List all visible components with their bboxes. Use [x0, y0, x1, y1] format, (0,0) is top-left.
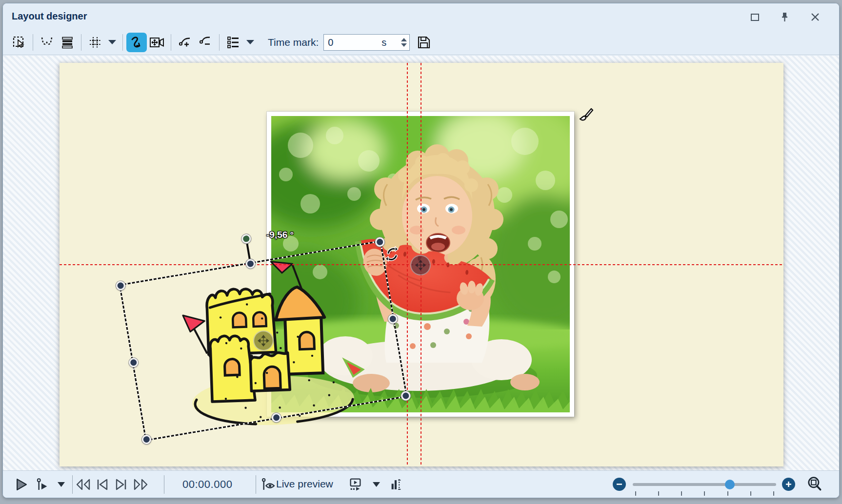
- time-mark-spinner[interactable]: [400, 36, 408, 49]
- toolbar-separator: [219, 34, 220, 51]
- layers-tool-button[interactable]: [57, 33, 78, 52]
- time-mark-label: Time mark:: [268, 37, 319, 48]
- move-icon: [415, 260, 426, 271]
- select-icon: [12, 36, 26, 49]
- playback-time: 00:00.000: [182, 478, 232, 491]
- preview-window-icon: [348, 478, 363, 491]
- play-button[interactable]: [13, 471, 30, 498]
- previous-icon: [96, 478, 109, 491]
- performance-monitor-icon: [390, 478, 402, 491]
- rotation-angle-label: -9,56 °: [266, 230, 294, 240]
- close-icon: [810, 12, 820, 22]
- object-list-dropdown-arrow[interactable]: [246, 40, 254, 44]
- layers-icon: [60, 36, 74, 49]
- minus-icon: [616, 481, 623, 488]
- time-mark-input[interactable]: 0 s: [323, 34, 410, 51]
- chevron-down-icon: [372, 482, 381, 487]
- play-options-dropdown[interactable]: [55, 471, 67, 498]
- close-button[interactable]: [807, 10, 823, 24]
- performance-monitor-button[interactable]: [388, 471, 404, 498]
- slide-canvas[interactable]: -9,56 °: [60, 63, 783, 466]
- pin-icon: [780, 12, 790, 22]
- zoom-in-button[interactable]: [782, 478, 795, 491]
- save-button[interactable]: [414, 33, 434, 52]
- chevron-down-icon: [57, 482, 65, 487]
- preview-options-dropdown[interactable]: [370, 471, 382, 498]
- edit-path-tool-button[interactable]: [37, 33, 57, 52]
- keyframe-add-icon: [178, 36, 192, 49]
- zoom-out-button[interactable]: [613, 478, 626, 491]
- time-mark-value: 0: [328, 37, 333, 48]
- rewind-icon: [75, 478, 92, 491]
- motion-path-tool-button[interactable]: [126, 33, 147, 52]
- bar-separator: [164, 475, 164, 494]
- rotate-cursor: [384, 246, 400, 265]
- toolbar-separator: [122, 34, 123, 51]
- object-list-tool-button[interactable]: [223, 33, 243, 52]
- object-list-icon: [226, 36, 240, 49]
- toolbar-separator: [33, 34, 33, 51]
- designer-toolbar: Time mark: 0 s: [3, 30, 839, 55]
- bar-separator: [256, 475, 256, 494]
- window-title: Layout designer: [12, 11, 87, 22]
- skip-to-start-button[interactable]: [94, 471, 111, 498]
- preview-in-window-button[interactable]: [346, 471, 365, 498]
- handle-left[interactable]: [128, 357, 139, 368]
- pin-button[interactable]: [777, 10, 793, 24]
- live-preview-toggle[interactable]: [261, 471, 276, 498]
- save-icon: [417, 35, 431, 50]
- edit-path-icon: [40, 36, 54, 49]
- toolbar-separator: [81, 34, 81, 51]
- selection-center-move-handle[interactable]: [253, 330, 274, 351]
- zoom-fit-icon: [806, 476, 823, 493]
- bar-separator: [72, 475, 73, 494]
- grid-dropdown-arrow[interactable]: [108, 40, 116, 44]
- play-icon: [15, 478, 28, 491]
- playback-bar: 00:00.000 Live preview: [3, 470, 839, 498]
- toolbar-separator: [171, 34, 171, 51]
- zoom-slider-thumb[interactable]: [725, 480, 735, 489]
- move-icon: [258, 335, 269, 347]
- rotate-handle[interactable]: [241, 233, 251, 244]
- zoom-controls: [610, 471, 839, 498]
- layout-designer-window: Layout designer: [2, 3, 840, 498]
- camera-pan-tool-button[interactable]: [147, 33, 167, 52]
- designer-workspace: -9,56 °: [3, 56, 839, 471]
- brush-cursor: [578, 106, 595, 125]
- spinner-down-icon: [401, 43, 407, 47]
- skip-forward-fast-button[interactable]: [131, 471, 150, 498]
- camera-pan-icon: [149, 36, 165, 49]
- spinner-up-icon: [401, 38, 407, 41]
- skip-back-fast-button[interactable]: [74, 471, 93, 498]
- title-bar: Layout designer: [3, 3, 839, 30]
- time-mark-unit: s: [381, 37, 386, 48]
- keyframe-remove-tool-button[interactable]: [195, 33, 216, 52]
- maximize-icon: [750, 13, 760, 21]
- live-preview-label: Live preview: [276, 478, 333, 490]
- handle-bottom-left[interactable]: [141, 434, 152, 445]
- fast-forward-icon: [132, 478, 149, 491]
- zoom-slider-ticks: [635, 491, 774, 496]
- maximize-button[interactable]: [746, 10, 763, 24]
- skip-to-end-button[interactable]: [112, 471, 130, 498]
- handle-top-left[interactable]: [115, 280, 126, 291]
- next-icon: [114, 478, 128, 491]
- photo-center-marker[interactable]: [410, 255, 431, 275]
- motion-path-icon: [129, 35, 144, 50]
- grid-icon: [88, 36, 102, 49]
- play-from-time-mark-button[interactable]: [33, 471, 53, 498]
- zoom-slider-track[interactable]: [633, 483, 776, 486]
- play-from-marker-icon: [36, 478, 50, 491]
- plus-icon: [785, 481, 792, 488]
- keyframe-remove-icon: [199, 36, 212, 49]
- keyframe-add-tool-button[interactable]: [175, 33, 195, 52]
- grid-tool-button[interactable]: [85, 33, 105, 52]
- zoom-fit-button[interactable]: [804, 471, 825, 498]
- select-tool-button[interactable]: [9, 33, 29, 52]
- live-preview-icon: [261, 478, 276, 491]
